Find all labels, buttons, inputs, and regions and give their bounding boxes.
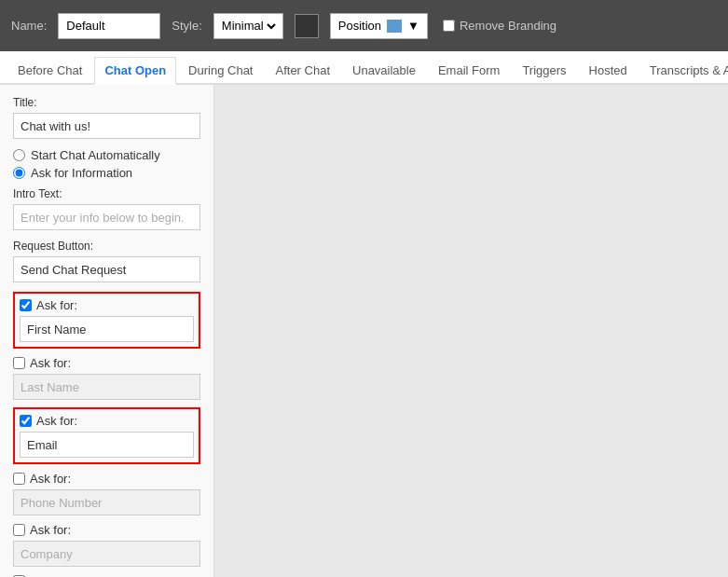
ask-for-phone-label: Ask for:	[30, 472, 71, 486]
tab-email-form[interactable]: Email Form	[428, 57, 510, 83]
position-icon	[387, 20, 402, 33]
ask-for-lastname-label: Ask for:	[30, 356, 71, 370]
radio-ask-info: Ask for Information	[13, 166, 200, 180]
ask-for-phone-input	[13, 489, 200, 515]
remove-branding-checkbox[interactable]	[443, 20, 455, 32]
tab-hosted[interactable]: Hosted	[579, 57, 638, 83]
ask-for-firstname-label: Ask for:	[36, 298, 77, 312]
main-content: Title: Start Chat Automatically Ask for …	[0, 85, 728, 577]
tab-before-chat[interactable]: Before Chat	[7, 57, 92, 83]
ask-for-company-input	[13, 541, 200, 567]
ask-for-lastname-input	[13, 374, 200, 400]
right-area	[214, 85, 728, 577]
chevron-down-icon: ▼	[407, 19, 419, 33]
color-swatch[interactable]	[295, 14, 319, 38]
intro-text-label: Intro Text:	[13, 187, 200, 200]
ask-for-email-header: Ask for:	[20, 414, 194, 428]
tabs-bar: Before Chat Chat Open During Chat After …	[0, 51, 728, 85]
name-label: Name:	[11, 19, 47, 33]
ask-for-firstname-input[interactable]	[20, 316, 194, 342]
intro-text-input[interactable]	[13, 204, 200, 230]
style-select-wrap: Minimal	[213, 13, 283, 39]
remove-branding-section: Remove Branding	[443, 19, 556, 33]
radio-ask-info-input[interactable]	[13, 167, 25, 179]
panel: Title: Start Chat Automatically Ask for …	[0, 85, 214, 577]
request-button-label: Request Button:	[13, 240, 200, 253]
ask-for-company-label: Ask for:	[30, 523, 71, 537]
intro-text-group: Intro Text:	[13, 187, 200, 230]
ask-for-company-section: Ask for:	[13, 523, 200, 567]
ask-for-email-input[interactable]	[20, 432, 194, 458]
ask-for-phone-header: Ask for:	[13, 472, 200, 486]
ask-for-company-header: Ask for:	[13, 523, 200, 537]
ask-for-phone-section: Ask for:	[13, 472, 200, 515]
ask-for-firstname-checkbox[interactable]	[20, 299, 32, 311]
ask-for-lastname-header: Ask for:	[13, 356, 200, 370]
radio-start-chat: Start Chat Automatically	[13, 148, 200, 162]
style-select[interactable]: Minimal	[218, 14, 279, 38]
title-label: Title:	[13, 96, 200, 109]
tab-after-chat[interactable]: After Chat	[265, 57, 340, 83]
remove-branding-label: Remove Branding	[460, 19, 556, 33]
radio-start-chat-label: Start Chat Automatically	[31, 148, 160, 162]
tab-triggers[interactable]: Triggers	[512, 57, 576, 83]
position-button[interactable]: Position ▼	[330, 13, 428, 39]
name-input[interactable]	[58, 13, 160, 39]
radio-group: Start Chat Automatically Ask for Informa…	[13, 148, 200, 180]
tab-transcripts[interactable]: Transcripts & Assignments	[639, 57, 728, 83]
position-label: Position	[338, 19, 381, 33]
ask-for-firstname-header: Ask for:	[20, 298, 194, 312]
tab-during-chat[interactable]: During Chat	[178, 57, 263, 83]
request-button-input[interactable]	[13, 256, 200, 282]
ask-for-email-section: Ask for:	[13, 407, 200, 464]
radio-ask-info-label: Ask for Information	[31, 166, 132, 180]
ask-for-lastname-section: Ask for:	[13, 356, 200, 400]
toolbar: Name: Style: Minimal Position ▼ Remove B…	[0, 0, 728, 51]
ask-for-email-checkbox[interactable]	[20, 415, 32, 427]
title-input[interactable]	[13, 113, 200, 139]
request-button-group: Request Button:	[13, 240, 200, 282]
ask-for-lastname-checkbox[interactable]	[13, 357, 25, 369]
ask-for-firstname-section: Ask for:	[13, 292, 200, 349]
radio-start-chat-input[interactable]	[13, 149, 25, 161]
title-group: Title:	[13, 96, 200, 139]
style-label: Style:	[172, 19, 202, 33]
tab-unavailable[interactable]: Unavailable	[342, 57, 426, 83]
tab-chat-open[interactable]: Chat Open	[94, 57, 176, 85]
ask-for-company-checkbox[interactable]	[13, 524, 25, 536]
ask-for-email-label: Ask for:	[36, 414, 77, 428]
ask-for-phone-checkbox[interactable]	[13, 473, 25, 485]
